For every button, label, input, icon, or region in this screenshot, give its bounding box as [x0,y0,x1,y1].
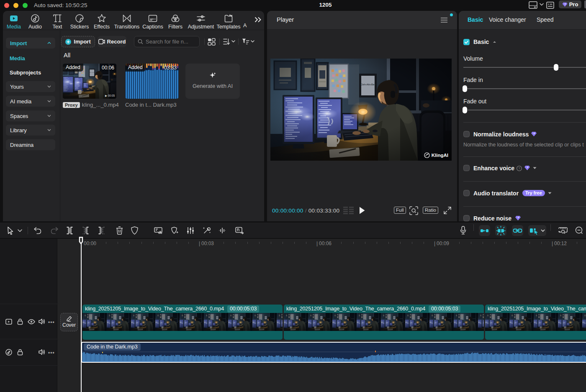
svg-text:?: ? [518,167,520,170]
